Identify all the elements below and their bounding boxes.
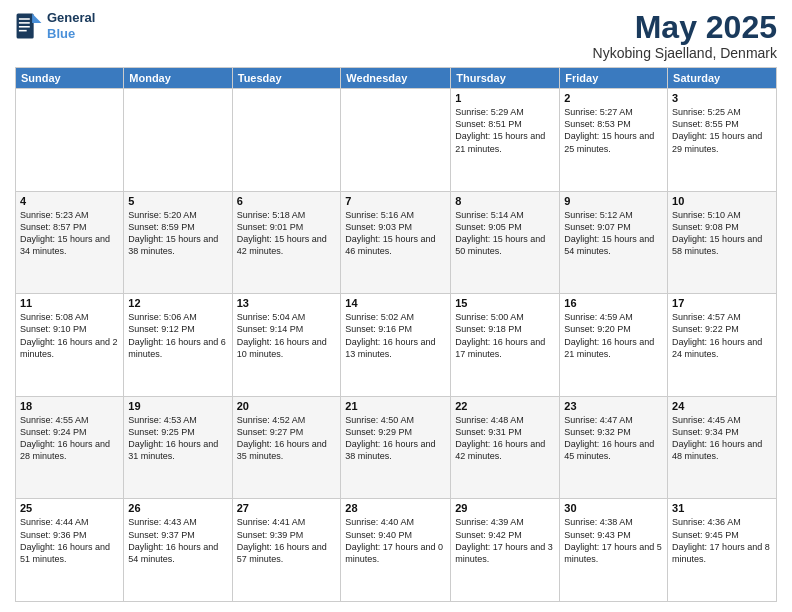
day-cell: 3Sunrise: 5:25 AMSunset: 8:55 PMDaylight… bbox=[668, 89, 777, 192]
day-cell: 13Sunrise: 5:04 AMSunset: 9:14 PMDayligh… bbox=[232, 294, 341, 397]
day-number: 14 bbox=[345, 297, 446, 309]
th-tuesday: Tuesday bbox=[232, 68, 341, 89]
day-cell: 12Sunrise: 5:06 AMSunset: 9:12 PMDayligh… bbox=[124, 294, 232, 397]
day-cell bbox=[16, 89, 124, 192]
day-cell: 16Sunrise: 4:59 AMSunset: 9:20 PMDayligh… bbox=[560, 294, 668, 397]
th-thursday: Thursday bbox=[451, 68, 560, 89]
day-cell: 18Sunrise: 4:55 AMSunset: 9:24 PMDayligh… bbox=[16, 396, 124, 499]
logo-text: General Blue bbox=[47, 10, 95, 41]
day-number: 27 bbox=[237, 502, 337, 514]
week-row-3: 18Sunrise: 4:55 AMSunset: 9:24 PMDayligh… bbox=[16, 396, 777, 499]
day-cell: 30Sunrise: 4:38 AMSunset: 9:43 PMDayligh… bbox=[560, 499, 668, 602]
day-cell: 8Sunrise: 5:14 AMSunset: 9:05 PMDaylight… bbox=[451, 191, 560, 294]
day-cell: 11Sunrise: 5:08 AMSunset: 9:10 PMDayligh… bbox=[16, 294, 124, 397]
day-info: Sunrise: 4:40 AMSunset: 9:40 PMDaylight:… bbox=[345, 516, 446, 565]
day-info: Sunrise: 4:39 AMSunset: 9:42 PMDaylight:… bbox=[455, 516, 555, 565]
week-row-4: 25Sunrise: 4:44 AMSunset: 9:36 PMDayligh… bbox=[16, 499, 777, 602]
day-number: 28 bbox=[345, 502, 446, 514]
day-cell: 31Sunrise: 4:36 AMSunset: 9:45 PMDayligh… bbox=[668, 499, 777, 602]
day-number: 10 bbox=[672, 195, 772, 207]
day-cell: 29Sunrise: 4:39 AMSunset: 9:42 PMDayligh… bbox=[451, 499, 560, 602]
day-number: 13 bbox=[237, 297, 337, 309]
day-number: 15 bbox=[455, 297, 555, 309]
day-info: Sunrise: 4:36 AMSunset: 9:45 PMDaylight:… bbox=[672, 516, 772, 565]
day-info: Sunrise: 5:25 AMSunset: 8:55 PMDaylight:… bbox=[672, 106, 772, 155]
day-cell: 2Sunrise: 5:27 AMSunset: 8:53 PMDaylight… bbox=[560, 89, 668, 192]
day-info: Sunrise: 4:44 AMSunset: 9:36 PMDaylight:… bbox=[20, 516, 119, 565]
day-info: Sunrise: 5:14 AMSunset: 9:05 PMDaylight:… bbox=[455, 209, 555, 258]
week-row-0: 1Sunrise: 5:29 AMSunset: 8:51 PMDaylight… bbox=[16, 89, 777, 192]
header: General Blue May 2025 Nykobing Sjaelland… bbox=[15, 10, 777, 61]
day-number: 17 bbox=[672, 297, 772, 309]
svg-rect-3 bbox=[19, 18, 30, 20]
th-wednesday: Wednesday bbox=[341, 68, 451, 89]
day-info: Sunrise: 4:55 AMSunset: 9:24 PMDaylight:… bbox=[20, 414, 119, 463]
svg-rect-5 bbox=[19, 26, 30, 28]
day-cell: 22Sunrise: 4:48 AMSunset: 9:31 PMDayligh… bbox=[451, 396, 560, 499]
day-info: Sunrise: 4:59 AMSunset: 9:20 PMDaylight:… bbox=[564, 311, 663, 360]
day-number: 19 bbox=[128, 400, 227, 412]
day-cell: 4Sunrise: 5:23 AMSunset: 8:57 PMDaylight… bbox=[16, 191, 124, 294]
day-info: Sunrise: 5:27 AMSunset: 8:53 PMDaylight:… bbox=[564, 106, 663, 155]
day-info: Sunrise: 5:12 AMSunset: 9:07 PMDaylight:… bbox=[564, 209, 663, 258]
day-number: 22 bbox=[455, 400, 555, 412]
day-cell: 20Sunrise: 4:52 AMSunset: 9:27 PMDayligh… bbox=[232, 396, 341, 499]
day-info: Sunrise: 5:18 AMSunset: 9:01 PMDaylight:… bbox=[237, 209, 337, 258]
svg-rect-6 bbox=[19, 29, 27, 31]
day-cell: 17Sunrise: 4:57 AMSunset: 9:22 PMDayligh… bbox=[668, 294, 777, 397]
week-row-1: 4Sunrise: 5:23 AMSunset: 8:57 PMDaylight… bbox=[16, 191, 777, 294]
day-info: Sunrise: 5:04 AMSunset: 9:14 PMDaylight:… bbox=[237, 311, 337, 360]
logo-line1: General bbox=[47, 10, 95, 26]
day-cell: 28Sunrise: 4:40 AMSunset: 9:40 PMDayligh… bbox=[341, 499, 451, 602]
day-info: Sunrise: 5:06 AMSunset: 9:12 PMDaylight:… bbox=[128, 311, 227, 360]
day-number: 20 bbox=[237, 400, 337, 412]
day-info: Sunrise: 5:20 AMSunset: 8:59 PMDaylight:… bbox=[128, 209, 227, 258]
day-cell bbox=[124, 89, 232, 192]
day-number: 29 bbox=[455, 502, 555, 514]
page: General Blue May 2025 Nykobing Sjaelland… bbox=[0, 0, 792, 612]
title-section: May 2025 Nykobing Sjaelland, Denmark bbox=[593, 10, 777, 61]
th-sunday: Sunday bbox=[16, 68, 124, 89]
day-info: Sunrise: 5:00 AMSunset: 9:18 PMDaylight:… bbox=[455, 311, 555, 360]
calendar-body: 1Sunrise: 5:29 AMSunset: 8:51 PMDaylight… bbox=[16, 89, 777, 602]
day-number: 6 bbox=[237, 195, 337, 207]
day-number: 24 bbox=[672, 400, 772, 412]
header-row: Sunday Monday Tuesday Wednesday Thursday… bbox=[16, 68, 777, 89]
main-title: May 2025 bbox=[593, 10, 777, 45]
day-number: 26 bbox=[128, 502, 227, 514]
day-cell: 27Sunrise: 4:41 AMSunset: 9:39 PMDayligh… bbox=[232, 499, 341, 602]
day-cell: 15Sunrise: 5:00 AMSunset: 9:18 PMDayligh… bbox=[451, 294, 560, 397]
day-info: Sunrise: 5:02 AMSunset: 9:16 PMDaylight:… bbox=[345, 311, 446, 360]
calendar: Sunday Monday Tuesday Wednesday Thursday… bbox=[15, 67, 777, 602]
day-number: 11 bbox=[20, 297, 119, 309]
day-number: 5 bbox=[128, 195, 227, 207]
day-cell: 14Sunrise: 5:02 AMSunset: 9:16 PMDayligh… bbox=[341, 294, 451, 397]
day-info: Sunrise: 4:52 AMSunset: 9:27 PMDaylight:… bbox=[237, 414, 337, 463]
day-cell: 5Sunrise: 5:20 AMSunset: 8:59 PMDaylight… bbox=[124, 191, 232, 294]
logo: General Blue bbox=[15, 10, 95, 41]
day-cell bbox=[232, 89, 341, 192]
day-info: Sunrise: 4:47 AMSunset: 9:32 PMDaylight:… bbox=[564, 414, 663, 463]
day-cell: 25Sunrise: 4:44 AMSunset: 9:36 PMDayligh… bbox=[16, 499, 124, 602]
day-number: 2 bbox=[564, 92, 663, 104]
day-info: Sunrise: 4:38 AMSunset: 9:43 PMDaylight:… bbox=[564, 516, 663, 565]
day-info: Sunrise: 5:10 AMSunset: 9:08 PMDaylight:… bbox=[672, 209, 772, 258]
day-number: 30 bbox=[564, 502, 663, 514]
day-info: Sunrise: 4:57 AMSunset: 9:22 PMDaylight:… bbox=[672, 311, 772, 360]
day-cell: 7Sunrise: 5:16 AMSunset: 9:03 PMDaylight… bbox=[341, 191, 451, 294]
day-info: Sunrise: 4:50 AMSunset: 9:29 PMDaylight:… bbox=[345, 414, 446, 463]
day-number: 18 bbox=[20, 400, 119, 412]
day-number: 12 bbox=[128, 297, 227, 309]
day-info: Sunrise: 4:45 AMSunset: 9:34 PMDaylight:… bbox=[672, 414, 772, 463]
logo-icon bbox=[15, 12, 43, 40]
day-info: Sunrise: 4:41 AMSunset: 9:39 PMDaylight:… bbox=[237, 516, 337, 565]
logo-line2: Blue bbox=[47, 26, 95, 42]
day-cell: 23Sunrise: 4:47 AMSunset: 9:32 PMDayligh… bbox=[560, 396, 668, 499]
th-saturday: Saturday bbox=[668, 68, 777, 89]
day-info: Sunrise: 5:29 AMSunset: 8:51 PMDaylight:… bbox=[455, 106, 555, 155]
day-number: 31 bbox=[672, 502, 772, 514]
day-cell bbox=[341, 89, 451, 192]
svg-rect-4 bbox=[19, 22, 30, 24]
day-number: 7 bbox=[345, 195, 446, 207]
day-info: Sunrise: 5:08 AMSunset: 9:10 PMDaylight:… bbox=[20, 311, 119, 360]
